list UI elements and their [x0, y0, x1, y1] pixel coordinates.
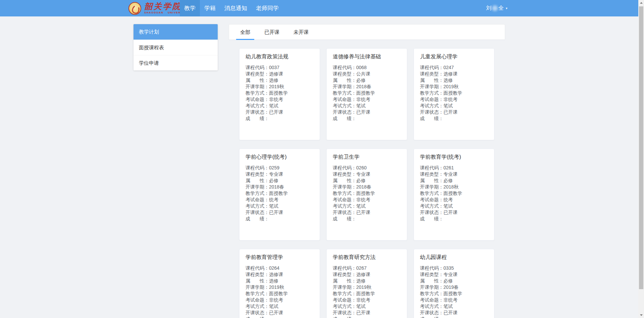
course-card[interactable]: 学前教育管理学 课程代码：0264课程类型：选修课属 性：选修开课学期：2019… — [239, 249, 320, 318]
vertical-scrollbar[interactable] — [638, 0, 644, 318]
course-field-label: 课程类型： — [246, 71, 269, 76]
course-field-row: 成 绩： — [420, 316, 488, 318]
course-card[interactable]: 儿童发展心理学 课程代码：0247课程类型：选修课属 性：选修开课学期：2019… — [414, 48, 494, 140]
course-field-value: 面授教学 — [443, 191, 462, 196]
course-field-row: 考试方式：笔试 — [420, 203, 488, 209]
course-field-row: 教学方式：面授教学 — [420, 190, 488, 197]
course-field-value: 必修 — [269, 178, 278, 183]
scroll-up-button[interactable] — [638, 0, 644, 6]
course-field-row: 考试方式：笔试 — [333, 103, 401, 109]
course-field-value: 笔试 — [356, 304, 366, 309]
user-menu[interactable]: 刘 全 ▾ — [486, 0, 507, 16]
course-field-row: 教学方式：面授教学 — [333, 90, 401, 96]
course-field-label: 属 性： — [420, 278, 443, 283]
course-field-value: 非统考 — [356, 297, 370, 303]
course-field-label: 课程代码： — [333, 65, 356, 70]
course-field-label: 开课学期： — [420, 184, 443, 190]
course-field-label: 属 性： — [333, 178, 356, 183]
nav-item-student-status[interactable]: 学籍 — [200, 0, 220, 16]
course-field-value: 2018春 — [269, 184, 284, 190]
course-field-value: 选修课 — [356, 272, 370, 277]
course-title: 学前教育管理学 — [246, 254, 314, 261]
nav-item-notifications[interactable]: 消息通知 — [220, 0, 252, 16]
course-field-row: 属 性：必修 — [420, 278, 488, 284]
course-field-row: 课程类型：选修课 — [246, 71, 314, 77]
course-field-value: 0037 — [269, 65, 279, 70]
course-field-label: 开课学期： — [420, 284, 443, 290]
nav-item-teaching[interactable]: 教学 — [180, 0, 200, 16]
course-field-label: 教学方式： — [333, 90, 356, 96]
course-field-label: 开课状态： — [420, 109, 443, 115]
course-field-label: 课程代码： — [246, 165, 269, 170]
course-card[interactable]: 道德修养与法律基础 课程代码：0068课程类型：公共课属 性：必修开课学期：20… — [326, 48, 407, 140]
course-field-value: 已开课 — [269, 210, 283, 215]
course-fields: 课程代码：0335课程类型：专业课属 性：必修开课学期：2019春教学方式：面授… — [420, 265, 488, 318]
course-field-value: 2019秋 — [269, 84, 284, 89]
course-field-value: 0267 — [356, 265, 367, 271]
course-field-row: 课程类型：公共课 — [333, 71, 401, 77]
course-field-value: 0264 — [269, 265, 279, 271]
course-title: 幼儿园课程 — [420, 254, 488, 261]
course-field-label: 考试命题： — [246, 197, 269, 202]
course-field-value: 选修课 — [269, 272, 283, 277]
course-field-row: 开课学期：2019春 — [420, 284, 488, 290]
course-card[interactable]: 学前教育研究方法 课程代码：0267课程类型：选修课属 性：选修开课学期：201… — [326, 249, 407, 318]
course-field-row: 考试命题：统考 — [420, 197, 488, 203]
course-field-value: 公共课 — [356, 71, 370, 76]
course-field-label: 开课状态： — [420, 210, 443, 215]
course-field-label: 开课学期： — [420, 84, 443, 89]
course-field-label: 考试方式： — [333, 304, 356, 309]
course-field-label: 教学方式： — [420, 191, 443, 196]
scrollbar-thumb[interactable] — [639, 6, 643, 289]
course-field-label: 教学方式： — [420, 291, 443, 296]
course-field-row: 考试方式：笔试 — [246, 303, 314, 310]
course-field-label: 考试方式： — [333, 103, 356, 108]
course-field-label: 课程类型： — [333, 272, 356, 277]
course-field-label: 开课学期： — [246, 84, 269, 89]
course-card[interactable]: 学前卫生学 课程代码：0260课程类型：专业课属 性：必修开课学期：2018春教… — [326, 149, 407, 241]
course-field-label: 属 性： — [333, 278, 356, 283]
course-card[interactable]: 学前心理学(统考) 课程代码：0259课程类型：专业课属 性：必修开课学期：20… — [239, 149, 320, 241]
course-fields: 课程代码：0267课程类型：选修课属 性：选修开课学期：2019秋教学方式：面授… — [333, 265, 401, 318]
course-field-value: 笔试 — [443, 304, 453, 309]
course-field-value: 非统考 — [443, 297, 458, 303]
course-card[interactable]: 幼儿教育政策法规 课程代码：0037课程类型：选修课属 性：选修开课学期：201… — [239, 48, 320, 140]
nav-item-teachers-classmates[interactable]: 老师同学 — [252, 0, 283, 16]
course-field-value: 面授教学 — [443, 291, 462, 296]
course-field-row: 属 性：必修 — [333, 77, 401, 84]
course-field-label: 属 性： — [246, 178, 269, 183]
course-title: 道德修养与法律基础 — [333, 53, 401, 60]
tab-all[interactable]: 全部 — [236, 24, 254, 40]
course-field-value: 非统考 — [269, 297, 283, 303]
tab-not-opened[interactable]: 未开课 — [289, 24, 313, 40]
scroll-down-button[interactable] — [638, 312, 644, 318]
course-field-value: 面授教学 — [356, 291, 375, 296]
course-field-row: 考试命题：非统考 — [333, 197, 401, 203]
course-field-row: 课程代码：0247 — [420, 64, 488, 71]
course-field-row: 开课状态：已开课 — [246, 209, 314, 216]
user-given-suffix: 全 — [498, 5, 504, 12]
course-field-value: 0335 — [443, 265, 454, 271]
sidebar-item-teaching-plan[interactable]: 教学计划 — [133, 24, 218, 40]
course-field-row: 开课学期：2019秋 — [246, 84, 314, 90]
course-card[interactable]: 学前教育学(统考) 课程代码：0261课程类型：专业课属 性：必修开课学期：20… — [414, 149, 494, 241]
course-field-label: 开课状态： — [333, 310, 356, 315]
course-field-value: 2019秋 — [443, 84, 459, 89]
course-fields: 课程代码：0068课程类型：公共课属 性：必修开课学期：2018春教学方式：面授… — [333, 64, 401, 122]
course-field-label: 属 性： — [246, 278, 269, 283]
course-field-value: 已开课 — [443, 210, 458, 215]
course-field-value: 必修 — [443, 178, 453, 183]
course-field-row: 课程代码：0259 — [246, 165, 314, 171]
sidebar-item-face-to-face-timetable[interactable]: 面授课程表 — [133, 40, 218, 55]
course-field-row: 课程类型：专业课 — [420, 171, 488, 177]
course-card[interactable]: 幼儿园课程 课程代码：0335课程类型：专业课属 性：必修开课学期：2019春教… — [414, 249, 494, 318]
course-field-value: 面授教学 — [356, 90, 375, 96]
course-field-row: 开课状态：已开课 — [333, 209, 401, 216]
course-field-label: 成 绩： — [420, 316, 443, 318]
course-field-value: 笔试 — [269, 304, 278, 309]
course-field-row: 课程代码：0068 — [333, 64, 401, 71]
course-title: 儿童发展心理学 — [420, 53, 488, 60]
tab-opened[interactable]: 已开课 — [260, 24, 283, 40]
sidebar-item-degree-application[interactable]: 学位申请 — [133, 55, 218, 70]
course-field-value: 已开课 — [443, 109, 458, 115]
